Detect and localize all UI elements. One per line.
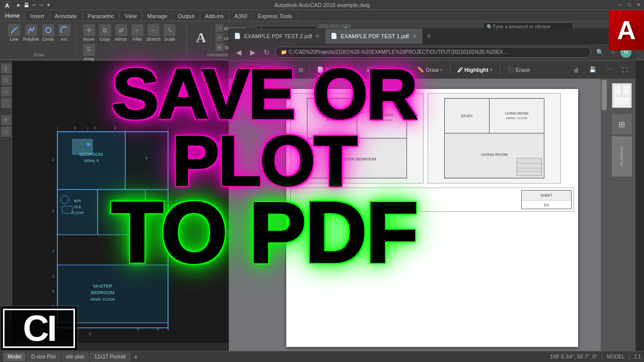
polyline-icon xyxy=(25,24,37,36)
left-tool-4[interactable]: ⌒ xyxy=(1,98,11,108)
pdf-scrollbar[interactable] xyxy=(601,79,608,357)
pdf-read-aloud-button[interactable]: 🔊 Read aloud xyxy=(362,64,407,76)
minimize-button[interactable]: − xyxy=(617,2,624,9)
pdf-floorplan-right: STUDY LIVING ROOM HRWD. FLOOR LIVING ROO… xyxy=(428,93,561,184)
svg-text:HRWD. FLOOR: HRWD. FLOOR xyxy=(109,211,134,215)
tool-arc[interactable]: Arc xyxy=(57,24,71,42)
left-tool-3[interactable]: ○ xyxy=(1,86,11,97)
tab-annotate[interactable]: Annotate xyxy=(50,12,83,21)
tab-output[interactable]: Output xyxy=(173,12,200,21)
pdf-zoom-in[interactable]: + xyxy=(271,64,282,75)
pdf-draw-button[interactable]: ✏️ Draw ▾ xyxy=(413,64,447,76)
left-tool-6[interactable]: ↑ xyxy=(1,127,11,137)
svg-text:WALK-IN: WALK-IN xyxy=(113,199,129,203)
tab-view[interactable]: View xyxy=(120,12,142,21)
pdf-thumbnail-1[interactable] xyxy=(612,83,632,108)
ribbon-tab-bar: Home Insert Annotate Parametric View Man… xyxy=(0,10,644,21)
tab-home[interactable]: Home xyxy=(0,11,25,21)
svg-text:STUDY: STUDY xyxy=(461,114,473,118)
tab-parametric[interactable]: Parametric xyxy=(83,12,120,21)
tool-array[interactable]: ⠿ Array xyxy=(82,44,96,61)
bottom-bar: Model D-size Plot site plan 11x17 Portra… xyxy=(0,351,644,362)
url-bar[interactable]: 📁 C:/CAD%20Projects/21001%20-%20EXAMPLE%… xyxy=(275,47,591,58)
pdf-zoom-fit[interactable]: ⊕ xyxy=(283,64,294,75)
autocad-logo-letter: A xyxy=(617,15,636,45)
pdf-highlight-button[interactable]: 🖊 Highlight ▾ xyxy=(453,64,497,76)
svg-text:BEDROOM: BEDROOM xyxy=(91,290,115,295)
pdf-tab-1[interactable]: 📄 EXAMPLE PDF TEST 2.pdf ✕ xyxy=(229,29,326,44)
tab-11x17[interactable]: 11x17 Portrait xyxy=(90,352,130,361)
nav-action-search[interactable]: 🔍 xyxy=(594,47,605,58)
circle-icon xyxy=(42,24,54,36)
tab-insert[interactable]: Insert xyxy=(25,12,50,21)
pdf-add-tab-button[interactable]: + xyxy=(423,32,435,41)
pdf-page-view-button[interactable]: 📄 Page view xyxy=(313,64,355,76)
svg-text:160sq. ft: 160sq. ft xyxy=(84,158,99,163)
autocad-logo: A xyxy=(609,10,644,50)
ci-box-outline xyxy=(3,309,75,348)
draw-icon: ✏️ xyxy=(417,66,424,73)
tab-a360[interactable]: A360 xyxy=(229,12,253,21)
tool-scale[interactable]: ⤡ Scale xyxy=(163,24,177,42)
tab-express[interactable]: Express Tools xyxy=(253,12,298,21)
ribbon-group-modify: ✛ Move ⧉ Copy ⇄ Mirror ⌐ Fillet ↔ Stre xyxy=(78,23,187,58)
table-icon: ⊞ xyxy=(215,43,223,51)
tab-manage[interactable]: Manage xyxy=(142,12,173,21)
left-tool-1[interactable]: | xyxy=(1,63,11,73)
nav-back-button[interactable]: ◀ xyxy=(233,47,244,58)
nav-refresh-button[interactable]: ↻ xyxy=(261,47,272,58)
add-layout-button[interactable]: + xyxy=(131,352,140,361)
pdf-tab-label-1: EXAMPLE PDF TEST 2.pdf xyxy=(244,33,312,39)
pdf-sidebar-icon-1[interactable]: ⊞ xyxy=(612,114,632,134)
pdf-erase-button[interactable]: ⬛ Erase xyxy=(503,64,534,76)
svg-text:LIVING ROOM: LIVING ROOM xyxy=(481,152,508,157)
status-bar-coords: 168'-9 3/4", 50'-7", 0° | MODEL | 1:1 xyxy=(550,354,641,359)
pdf-scrollbar-thumb[interactable] xyxy=(602,80,607,110)
draw-label: Draw xyxy=(426,67,439,73)
nav-forward-button[interactable]: ▶ xyxy=(247,47,258,58)
tool-move[interactable]: ✛ Move xyxy=(82,24,96,42)
pdf-controls-bar: − of 1 + ⊕ ⊞ 📄 Page view 🔊 Read aloud ✏️… xyxy=(229,61,635,79)
svg-rect-11 xyxy=(125,132,168,190)
separator-3 xyxy=(410,65,410,75)
tool-text[interactable]: A xyxy=(193,28,213,48)
pdf-tab-2[interactable]: 📄 EXAMPLE PDF TEST 1.pdf ✕ xyxy=(326,29,422,44)
pdf-more-button[interactable]: ⋯ xyxy=(602,64,616,76)
pdf-fit-width[interactable]: ⊞ xyxy=(295,64,306,75)
tab-addins[interactable]: Add-ins xyxy=(200,12,229,21)
dimension-icon: ↕ xyxy=(215,24,223,32)
svg-text:TILE: TILE xyxy=(74,205,82,209)
pdf-save-button[interactable]: 💾 xyxy=(585,64,600,76)
svg-text:HRWD. FLOOR: HRWD. FLOOR xyxy=(90,298,115,301)
maximize-button[interactable]: □ xyxy=(626,2,633,9)
highlight-icon: 🖊 xyxy=(457,67,463,73)
erase-label: Erase xyxy=(516,67,530,73)
pdf-tab-close-1[interactable]: ✕ xyxy=(315,33,320,40)
tab-dsize[interactable]: D-size Plot xyxy=(27,352,60,361)
tool-stretch[interactable]: ↔ Stretch xyxy=(146,24,161,42)
pdf-content[interactable]: STUDY LIVING ROOM HRWD. FLOOR MASTER BED… xyxy=(229,79,635,357)
close-button[interactable]: ✕ xyxy=(635,2,642,9)
tool-polyline[interactable]: Polyline xyxy=(23,24,39,42)
coordinates-display: 168'-9 3/4", 50'-7", 0° xyxy=(550,354,597,359)
pdf-page: STUDY LIVING ROOM HRWD. FLOOR MASTER BED… xyxy=(286,89,578,347)
read-aloud-icon: 🔊 xyxy=(366,66,373,73)
pdf-fullscreen-button[interactable]: ⛶ xyxy=(618,64,631,76)
tool-mirror[interactable]: ⇄ Mirror xyxy=(114,24,128,42)
pdf-page-input[interactable] xyxy=(245,65,260,75)
svg-text:B/R: B/R xyxy=(74,199,81,203)
left-tool-5[interactable]: Y xyxy=(1,115,11,125)
svg-text:2: 2 xyxy=(74,126,76,130)
tool-fillet[interactable]: ⌐ Fillet xyxy=(130,24,144,42)
tab-model[interactable]: Model xyxy=(3,352,26,361)
tool-copy[interactable]: ⧉ Copy xyxy=(98,24,112,42)
pdf-print-button[interactable]: 🖨 xyxy=(570,64,583,76)
tool-circle[interactable]: Circle xyxy=(41,24,55,42)
left-tool-2[interactable]: ⬡ xyxy=(1,75,11,85)
cad-drawing-area[interactable]: BEDROOM 160sq. ft 2 B/R TILE FLOOR WALK-… xyxy=(12,61,228,343)
pdf-tab-close-2[interactable]: ✕ xyxy=(412,33,417,40)
pdf-zoom-out[interactable]: − xyxy=(233,64,244,75)
tab-siteplan[interactable]: site plan xyxy=(61,352,89,361)
ci-watermark: CI xyxy=(0,306,78,351)
tool-line[interactable]: Line xyxy=(7,24,21,42)
